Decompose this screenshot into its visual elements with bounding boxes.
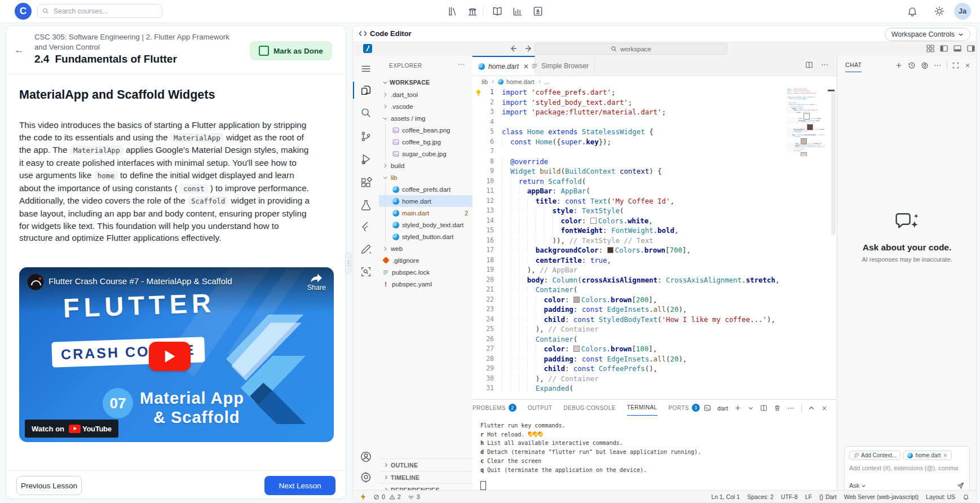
vscode-icon[interactable] (363, 44, 372, 53)
workspace-root-folder[interactable]: WORKSPACE (379, 76, 473, 89)
breadcrumbs[interactable]: lib home.dart ... (482, 76, 550, 87)
chat-mode-picker[interactable]: Ask (849, 482, 866, 489)
close-panel-icon[interactable] (821, 405, 828, 412)
source-control-icon[interactable] (360, 130, 372, 143)
tab-simple-browser[interactable]: Simple Browser (526, 56, 595, 76)
code-line[interactable]: 15 fontWeight: FontWeight.bold, (473, 226, 837, 236)
explorer-item-home-dart[interactable]: home.dart (379, 195, 473, 207)
workspace-controls-button[interactable]: Workspace Controls (885, 28, 970, 41)
code-area[interactable]: 1import 'coffee_prefs.dart';2import 'sty… (473, 87, 837, 398)
explorer-item-styled-body-text-dart[interactable]: styled_body_text.dart (379, 219, 473, 231)
ports-status[interactable]: 3 (408, 493, 420, 500)
explorer-more-actions-icon[interactable]: ⋯ (458, 60, 465, 68)
courses-search-field[interactable] (52, 7, 157, 16)
code-line[interactable]: 27 color: Colors.brown[100], (473, 344, 837, 354)
code-line[interactable]: 23 padding: const EdgeInsets.all(20), (473, 305, 837, 315)
focus-search-icon[interactable] (360, 266, 372, 278)
indentation-status[interactable]: Spaces: 2 (747, 493, 774, 500)
menu-icon[interactable] (360, 63, 372, 75)
explorer-item-build[interactable]: build (379, 160, 473, 171)
watch-on-youtube-badge[interactable]: Watch on YouTube (25, 420, 118, 438)
play-button[interactable] (149, 342, 191, 371)
outline-section[interactable]: OUTLINE (379, 458, 473, 471)
code-line[interactable]: 13 style: TextStyle( (473, 206, 837, 216)
history-back-icon[interactable] (509, 44, 518, 53)
run-debug-icon[interactable] (360, 153, 372, 165)
share-button[interactable]: Share (307, 273, 326, 292)
keyboard-layout-status[interactable]: Layout: US (926, 493, 955, 500)
panel-tab-output[interactable]: OUTPUT (528, 400, 553, 416)
toggle-secondary-sidebar-icon[interactable] (966, 44, 975, 53)
panel-tab-terminal[interactable]: TERMINAL (627, 400, 657, 416)
eol-status[interactable]: LF (805, 493, 812, 500)
account-icon[interactable] (360, 451, 372, 463)
code-line[interactable]: 7 (473, 147, 837, 157)
explorer-item--dart-tool[interactable]: .dart_tool (379, 89, 473, 100)
flutter-view-icon[interactable] (360, 220, 372, 233)
language-status[interactable]: {} Dart (819, 493, 837, 500)
code-line[interactable]: 16 )), // TextStyle // Text (473, 236, 837, 246)
history-forward-icon[interactable] (524, 44, 533, 53)
code-line[interactable]: 8 @override (473, 157, 837, 167)
minimap[interactable]: import 'coffee_prefs.dart';import 'style… (787, 89, 824, 156)
dependencies-section[interactable]: DEPENDENCIES (379, 483, 473, 490)
split-terminal-icon[interactable] (760, 404, 767, 412)
testing-flask-icon[interactable] (360, 199, 372, 211)
library-icon[interactable] (447, 6, 458, 17)
notifications-bell-icon[interactable] (963, 493, 969, 500)
code-line[interactable]: 6 const Home({super.key}); (473, 137, 837, 147)
launch-profile-chevron-icon[interactable] (748, 405, 754, 411)
code-line[interactable]: 29 child: const CoffeePrefs(), (473, 364, 837, 374)
chat-input-box[interactable]: Add Context... home.dart Add context (#)… (844, 446, 970, 493)
kill-terminal-trash-icon[interactable] (774, 404, 781, 412)
new-chat-icon[interactable] (895, 61, 903, 69)
panel-tab-problems[interactable]: PROBLEMS2 (473, 400, 517, 416)
code-line[interactable]: 11 appBar: AppBar( (473, 186, 837, 196)
panel-tab-ports[interactable]: PORTS3 (669, 400, 700, 416)
chat-more-actions-icon[interactable]: ⋯ (934, 61, 942, 69)
panel-tab-debug-console[interactable]: DEBUG CONSOLE (563, 400, 615, 416)
code-line[interactable]: 9 Widget build(BuildContext context) { (473, 166, 837, 177)
split-editor-icon[interactable] (805, 61, 813, 69)
panel-resize-handle[interactable] (345, 253, 351, 274)
chat-settings-gear-icon[interactable] (921, 61, 929, 69)
code-line[interactable]: 5class Home extends StatelessWidget { (473, 127, 837, 137)
code-line[interactable]: 31 Expanded( (473, 383, 837, 394)
explorer-item-sugar-cube-jpg[interactable]: sugar_cube.jpg (379, 148, 473, 160)
video-embed[interactable]: Flutter Crash Course #7 - MaterialApp & … (19, 267, 334, 442)
chat-tab[interactable]: CHAT (845, 61, 862, 72)
code-line[interactable]: 10 return Scaffold( (473, 177, 837, 187)
explorer-icon[interactable] (360, 84, 372, 96)
code-line[interactable]: 4 (473, 117, 837, 127)
explorer-item-coffee-bg-jpg[interactable]: coffee_bg.jpg (379, 136, 473, 148)
explorer-item-main-dart[interactable]: main.dart2 (379, 207, 473, 219)
code-line[interactable]: 26 Container( (473, 334, 837, 345)
code-line[interactable]: 19 ), // AppBar (473, 265, 837, 275)
timeline-section[interactable]: TIMELINE (379, 471, 473, 483)
explorer-item-coffee-bean-png[interactable]: coffee_bean.png (379, 124, 473, 136)
app-logo[interactable]: C (15, 3, 32, 20)
explorer-item-coffee-prefs-dart[interactable]: coffee_prefs.dart (379, 183, 473, 195)
code-line[interactable]: 28 padding: const EdgeInsets.all(20), (473, 354, 837, 364)
code-line[interactable]: 18 centerTitle: true, (473, 255, 837, 266)
code-line[interactable]: 25 ), // Container (473, 324, 837, 334)
chat-placeholder[interactable]: Add context (#), extensions (@), comma (849, 465, 965, 471)
code-line[interactable]: 3import 'package:flutter/material.dart'; (473, 107, 837, 117)
explorer-item--vscode[interactable]: .vscode (379, 100, 473, 112)
explorer-item-styled-button-dart[interactable]: styled_button.dart (379, 231, 473, 242)
terminal-output[interactable]: Flutter run key commands.r Hot reload. h… (480, 421, 830, 474)
add-context-chip[interactable]: Add Context... (849, 451, 900, 460)
mark-as-done-button[interactable]: Mark as Done (250, 41, 332, 60)
video-title[interactable]: Flutter Crash Course #7 - MaterialApp & … (48, 276, 232, 286)
bar-chart-icon[interactable] (512, 6, 523, 17)
code-line[interactable]: 2import 'styled_body_text.dart'; (473, 98, 837, 108)
explorer-item--gitignore[interactable]: .gitignore (379, 254, 473, 266)
code-line[interactable]: 20 body: Column(crossAxisAlignment: Cros… (473, 275, 837, 285)
editor-more-actions-icon[interactable]: ⋯ (821, 61, 829, 69)
editor-scrollbar[interactable] (831, 89, 836, 235)
theme-toggle-icon[interactable] (934, 6, 945, 17)
code-line[interactable]: 17 backgroundColor: Colors.brown[700], (473, 245, 837, 255)
close-chat-icon[interactable] (964, 62, 971, 69)
remote-indicator-icon[interactable] (360, 493, 367, 501)
explorer-item-pubspec-yaml[interactable]: !pubspec.yaml (379, 278, 473, 290)
